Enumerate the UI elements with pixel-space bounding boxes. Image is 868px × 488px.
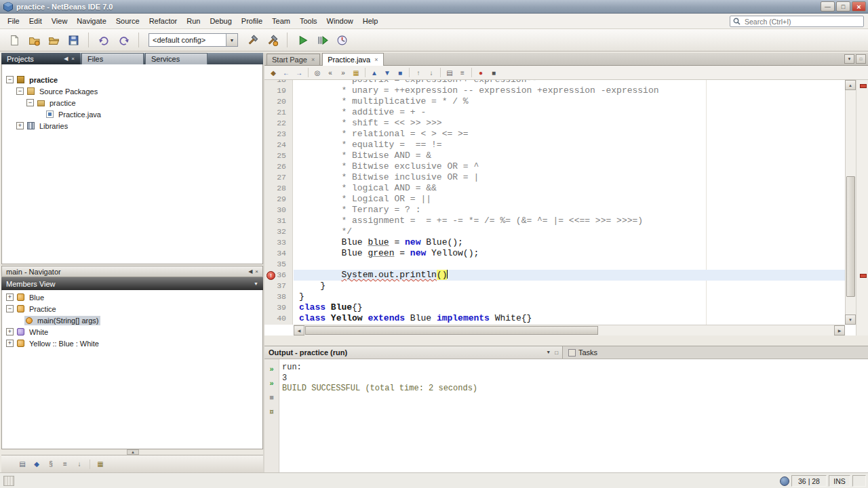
debug-project-button[interactable] [313, 31, 331, 49]
code-line-40[interactable]: class Yellow extends Blue implements Whi… [294, 313, 845, 324]
next-bookmark-button[interactable]: ▼ [381, 67, 393, 79]
code-line-39[interactable]: class Blue{} [294, 302, 845, 313]
close-tab-icon[interactable]: × [311, 56, 315, 63]
scroll-down-icon[interactable]: ▼ [845, 314, 856, 325]
comment-button[interactable]: ▤ [443, 67, 456, 79]
code-line-23[interactable]: * relational = < > <= >= [294, 129, 845, 140]
expand-handle-icon[interactable]: + [6, 328, 14, 336]
close-panel-icon[interactable]: × [255, 268, 258, 274]
find-selection-button[interactable]: ◎ [311, 67, 323, 79]
projects-item-practice[interactable]: −practice [2, 97, 262, 108]
maximize-editor-button[interactable]: □ [856, 54, 866, 64]
code-line-24[interactable]: * equality = == != [294, 140, 845, 150]
projects-item-practice[interactable]: −practice [2, 74, 262, 85]
last-edit-location-button[interactable]: ◆ [267, 67, 279, 79]
collapse-handle-icon[interactable]: − [26, 99, 34, 106]
menu-tools[interactable]: Tools [295, 15, 322, 27]
float-window-icon[interactable]: □ [555, 350, 558, 356]
code-line-18[interactable]: * postfix = expression++ expression-- [294, 80, 845, 85]
tab-start-page[interactable]: Start Page × [267, 54, 320, 65]
navigator-item-white[interactable]: +White [2, 326, 262, 338]
expand-handle-icon[interactable]: + [6, 340, 14, 347]
navigator-item-practice[interactable]: −Practice [2, 303, 262, 314]
start-macro-recording-button[interactable]: ● [475, 67, 487, 79]
build-options-button[interactable]: ¤ [266, 405, 277, 417]
find-next-button[interactable]: » [337, 67, 349, 79]
redo-button[interactable] [115, 31, 132, 49]
expand-handle-icon[interactable]: + [16, 122, 24, 129]
code-line-37[interactable]: } [294, 281, 845, 291]
stop-build-button[interactable]: ■ [266, 391, 277, 403]
tab-practice-java[interactable]: Practice.java × [322, 53, 383, 66]
code-line-32[interactable]: */ [294, 226, 845, 237]
code-line-27[interactable]: * Bitwise inclusive OR = | [294, 172, 845, 183]
menu-refactor[interactable]: Refactor [144, 15, 182, 27]
next-occurrence-button[interactable]: ↓ [425, 67, 437, 79]
navigator-view-selector[interactable]: Members View ▼ [1, 277, 263, 290]
search-input[interactable] [743, 17, 854, 26]
previous-occurrence-button[interactable]: ↑ [412, 67, 425, 79]
projects-item-source-packages[interactable]: −Source Packages [2, 85, 262, 97]
menu-team[interactable]: Team [267, 15, 295, 27]
menu-debug[interactable]: Debug [205, 15, 236, 27]
stop-macro-recording-button[interactable]: ■ [488, 67, 500, 79]
build-project-button[interactable] [243, 31, 261, 49]
menu-view[interactable]: View [47, 15, 73, 27]
horizontal-scrollbar[interactable]: ◀ ▶ [294, 325, 845, 336]
show-static-members-button[interactable]: § [45, 458, 57, 470]
menu-run[interactable]: Run [182, 15, 205, 27]
run-configuration-select[interactable]: <default config> ▼ [149, 33, 238, 47]
previous-bookmark-button[interactable]: ▲ [368, 67, 380, 79]
menu-help[interactable]: Help [358, 15, 383, 27]
new-project-button[interactable] [25, 31, 43, 49]
profile-project-button[interactable] [333, 31, 351, 49]
tab-services[interactable]: Services [145, 53, 208, 64]
code-line-29[interactable]: * Logical OR = || [294, 194, 845, 205]
find-previous-button[interactable]: « [324, 67, 336, 79]
code-line-20[interactable]: * multiplicative = * / % [294, 96, 845, 107]
rerun-button[interactable]: » [266, 363, 277, 374]
collapse-handle-icon[interactable]: − [6, 76, 14, 83]
menu-window[interactable]: Window [322, 15, 358, 27]
close-button[interactable]: × [852, 1, 866, 12]
toggle-highlight-button[interactable]: ▦ [350, 67, 362, 79]
scroll-left-icon[interactable]: ◀ [294, 325, 304, 336]
new-file-button[interactable] [5, 31, 23, 49]
uncomment-button[interactable]: ≡ [456, 67, 469, 79]
collapse-navigator-button[interactable]: ▲ [127, 449, 139, 455]
code-line-28[interactable]: * logical AND = && [294, 183, 845, 194]
error-mark[interactable] [860, 274, 867, 278]
code-line-21[interactable]: * additive = + - [294, 107, 845, 118]
insert-mode-cell[interactable]: INS [829, 475, 850, 487]
clean-build-project-button[interactable] [263, 31, 281, 49]
notifications-icon[interactable] [780, 476, 789, 486]
quick-search[interactable] [730, 16, 864, 27]
horizontal-scrollbar-thum b[interactable] [305, 326, 598, 335]
scroll-up-icon[interactable]: ▲ [845, 80, 856, 90]
minimize-panel-icon[interactable]: ◀ [248, 268, 252, 274]
open-project-button[interactable] [45, 31, 62, 49]
toggle-bookmark-button[interactable]: ■ [394, 67, 406, 79]
navigator-item-main-string-args[interactable]: main(String[] args) [2, 314, 262, 326]
collapse-handle-icon[interactable]: − [16, 87, 24, 95]
forward-button[interactable]: → [293, 67, 305, 79]
tab-output[interactable]: Output - practice (run) ▼ □ [264, 346, 563, 359]
menu-source[interactable]: Source [111, 15, 144, 27]
code-line-19[interactable]: * unary = ++expression -- expression +ex… [294, 85, 845, 96]
rerun-with-options-button[interactable]: » [266, 377, 277, 388]
code-line-25[interactable]: * Bitwise AND = & [294, 150, 845, 161]
menu-file[interactable]: File [3, 15, 24, 27]
navigator-item-yellow-blue-white[interactable]: +Yellow :: Blue : White [2, 338, 262, 349]
code-line-36[interactable]: System.out.println() [294, 270, 845, 281]
tab-projects[interactable]: Projects ◀ × [1, 53, 80, 64]
collapse-handle-icon[interactable]: − [6, 305, 14, 312]
output-text[interactable]: run:3BUILD SUCCESSFUL (total time: 2 sec… [282, 363, 865, 394]
tab-tasks[interactable]: Tasks [563, 346, 603, 359]
code-line-26[interactable]: * Bitwise exclusive OR = ^ [294, 161, 845, 172]
scroll-right-icon[interactable]: ▶ [834, 325, 845, 336]
undo-button[interactable] [95, 31, 113, 49]
code-line-38[interactable]: } [294, 291, 845, 302]
filter-button[interactable]: ▦ [94, 458, 106, 470]
tab-list-button[interactable]: ▼ [844, 54, 854, 64]
save-all-button[interactable] [64, 31, 82, 49]
